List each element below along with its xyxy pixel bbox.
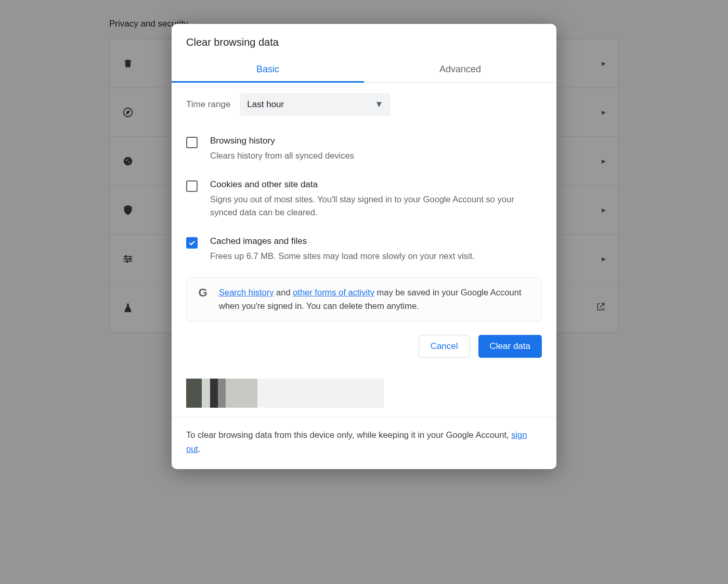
option-cookies[interactable]: Cookies and other site data Signs you ou… [186,174,542,231]
option-desc: Clears history from all synced devices [210,149,354,163]
info-text: Search history and other forms of activi… [219,286,532,313]
link-other-activity[interactable]: other forms of activity [293,288,374,297]
clear-data-button[interactable]: Clear data [478,335,542,358]
google-icon: G [196,286,210,300]
option-title: Cached images and files [210,236,475,246]
cancel-button[interactable]: Cancel [419,335,470,358]
signed-in-account [172,370,556,418]
time-range-value: Last hour [247,99,284,110]
checkbox-cache[interactable] [186,237,198,249]
dialog-title: Clear browsing data [172,24,556,58]
tab-basic[interactable]: Basic [172,58,364,82]
dropdown-icon: ▼ [375,99,384,110]
option-desc: Frees up 6.7 MB. Some sites may load mor… [210,250,475,263]
modal-overlay: Clear browsing data Basic Advanced Time … [0,0,728,584]
option-desc: Signs you out of most sites. You'll stay… [210,193,537,219]
time-range-label: Time range [186,99,230,110]
option-cache[interactable]: Cached images and files Frees up 6.7 MB.… [186,231,542,275]
footer-note: To clear browsing data from this device … [172,428,556,456]
link-search-history[interactable]: Search history [219,288,274,297]
option-browsing-history[interactable]: Browsing history Clears history from all… [186,131,542,174]
clear-browsing-data-dialog: Clear browsing data Basic Advanced Time … [172,24,556,469]
time-range-select[interactable]: Last hour ▼ [240,93,391,116]
option-title: Browsing history [210,136,354,146]
option-title: Cookies and other site data [210,179,537,190]
checkbox-browsing-history[interactable] [186,137,198,148]
dialog-tabs: Basic Advanced [172,58,556,83]
tab-advanced[interactable]: Advanced [364,58,556,82]
account-info-redacted [186,379,384,408]
checkbox-cookies[interactable] [186,180,198,192]
google-account-info: G Search history and other forms of acti… [186,277,542,321]
